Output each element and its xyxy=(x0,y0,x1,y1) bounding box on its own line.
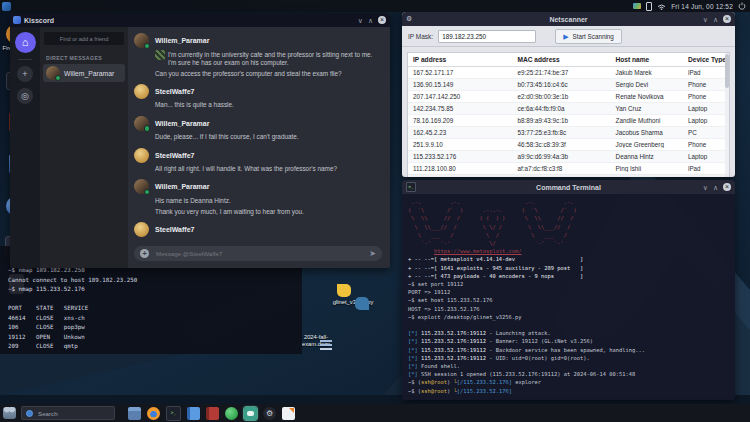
play-icon: ▶ xyxy=(563,33,568,40)
taskbar-app-terminal[interactable] xyxy=(166,406,181,421)
dm-item-willem[interactable]: Willem_Paramar xyxy=(43,64,125,82)
power-icon[interactable] xyxy=(738,2,746,10)
message-text: Here is your exam! xyxy=(155,240,209,241)
taskbar-app-kisscord[interactable] xyxy=(244,407,257,420)
send-icon[interactable]: ➤ xyxy=(369,250,376,258)
terminal-line: ~$ set port 19112 xyxy=(408,280,729,288)
close-icon[interactable]: × xyxy=(723,15,731,23)
terminal-line: [*] SSH session 1 opened (115.233.52.176… xyxy=(408,370,729,378)
window-title: Netscanner xyxy=(402,16,735,23)
minimize-icon[interactable]: ∨ xyxy=(703,16,708,23)
scanner-cell: Laptop xyxy=(683,117,729,124)
terminal-line: ~$ (ssh@root) └[/115.233.52.176] xyxy=(408,387,729,395)
maximize-icon[interactable]: ∧ xyxy=(713,184,718,191)
display-icon[interactable] xyxy=(633,3,641,9)
scanner-row[interactable]: 167.52.171.17e9:25:21:74:be:37Jakub Mare… xyxy=(408,67,729,79)
column-header[interactable]: Host name xyxy=(611,56,683,63)
scanner-cell: 136.90.15.149 xyxy=(408,81,513,88)
phone-icon[interactable] xyxy=(646,2,652,11)
terminal-line: https://www.metasploit.com/ xyxy=(408,247,729,255)
scanner-cell: Phone xyxy=(683,141,729,148)
message-line: Here is your exam! xyxy=(155,240,382,241)
terminal-line: ~$ (ssh@root) └[/115.233.52.176] explore… xyxy=(408,378,729,386)
scanner-cell: e2:d0:9b:00:3e:1b xyxy=(513,93,611,100)
scanner-cell: Jakub Marek xyxy=(611,69,683,76)
close-icon[interactable]: × xyxy=(723,183,731,191)
attach-plus-icon[interactable]: + xyxy=(140,249,149,258)
terminal-line: [*] 115.233.52.176:19112 - Backdoor serv… xyxy=(408,346,729,354)
start-scanning-button[interactable]: ▶ Start Scanning xyxy=(555,29,622,44)
scanner-cell: Phone xyxy=(683,81,729,88)
taskbar-app-editor[interactable] xyxy=(282,407,295,420)
window-title: Kisscord xyxy=(24,17,54,24)
wifi-icon[interactable] xyxy=(657,3,666,10)
scanner-row[interactable]: 142.234.75.85ce:6a:44:fb:f9:0aYan CruzLa… xyxy=(408,103,729,115)
message-line: Thank you very much, I am waiting to hea… xyxy=(155,208,382,216)
taskbar-app-firefox[interactable] xyxy=(147,407,160,420)
scanner-row[interactable]: 115.233.52.176a9:9c:d6:99:4a:3bDeanna Hi… xyxy=(408,151,729,163)
netscanner-titlebar[interactable]: ⚙ Netscanner ∨ ∧ × xyxy=(402,12,735,26)
scanner-row[interactable]: 162.45.2.2353:77:25:e3:fb:8cJacobus Shar… xyxy=(408,127,729,139)
terminal-line: [*] 115.233.52.176:19112 - UID: uid=0(ro… xyxy=(408,354,729,362)
minimize-icon[interactable]: ∨ xyxy=(703,184,708,191)
column-header[interactable]: Device Type xyxy=(683,56,729,63)
message-input[interactable] xyxy=(154,249,364,258)
taskbar-app-messenger[interactable] xyxy=(225,407,238,420)
terminal-line: + -- --=[ 473 payloads - 40 encoders - 9… xyxy=(408,272,729,280)
terminal-output[interactable]: .-. .-. .-. .-.( `\ /` ) .-..-. ( `\ /` … xyxy=(402,194,735,399)
taskbar-app-handbook[interactable] xyxy=(206,407,219,420)
avatar xyxy=(134,33,149,48)
add-server-button[interactable]: + xyxy=(17,66,33,82)
column-header[interactable]: IP address xyxy=(408,56,513,63)
scanner-cell: Ping Ishii xyxy=(611,165,683,172)
ip-mask-input[interactable] xyxy=(438,30,536,43)
minimize-icon[interactable]: ∨ xyxy=(358,17,363,24)
scanner-row[interactable]: 251.9.9.1046:58:3c:c8:39:3fJoyce Greenbe… xyxy=(408,139,729,151)
message-line: I'm currently in the university cafe and… xyxy=(155,51,382,68)
find-friend-input[interactable] xyxy=(44,32,124,45)
taskbar-app-folder[interactable] xyxy=(128,407,141,420)
scanner-row[interactable]: 88.203.68.5623:83:3d:d2:a4:baDiego Casti… xyxy=(408,175,729,177)
terminal-line xyxy=(408,321,729,329)
message-author: SteelWaffe7 xyxy=(155,226,194,233)
scanner-row[interactable]: 136.90.15.149b0:73:45:16:c4:6cSergio Dev… xyxy=(408,79,729,91)
distro-logo-icon[interactable] xyxy=(2,2,11,11)
kisscord-titlebar[interactable]: Kisscord ∨ ∧ × xyxy=(10,13,390,27)
message-author: Willem_Paramar xyxy=(155,120,209,127)
kisscord-window: Kisscord ∨ ∧ × ⌂ + ◎ DIRECT MESSAGES Wil… xyxy=(10,13,390,268)
home-button[interactable]: ⌂ xyxy=(15,32,36,53)
chat-panel: Willem_ParamarI'm currently in the unive… xyxy=(128,27,390,268)
scanner-cell: Yan Cruz xyxy=(611,105,683,112)
explore-button[interactable]: ◎ xyxy=(17,88,33,104)
scanner-cell: iPad xyxy=(683,69,729,76)
taskbar-app-notes[interactable] xyxy=(187,407,200,420)
scanner-table: IP address MAC address Host name Device … xyxy=(407,52,730,177)
column-header[interactable]: MAC address xyxy=(513,56,611,63)
terminal-window: Command Terminal ∨ ∧ × .-. .-. .-. .-.( … xyxy=(402,180,735,400)
maximize-icon[interactable]: ∧ xyxy=(713,16,718,23)
search-input[interactable] xyxy=(36,409,110,418)
scanner-row[interactable]: 78.16.169.209b8:89:a9:43:9c:1bZandile Mu… xyxy=(408,115,729,127)
scrollbar[interactable] xyxy=(725,53,729,177)
scanner-cell: Jacobus Sharma xyxy=(611,129,683,136)
close-icon[interactable]: × xyxy=(378,16,386,24)
maximize-icon[interactable]: ∧ xyxy=(368,17,373,24)
terminal-titlebar[interactable]: Command Terminal ∨ ∧ × xyxy=(402,180,735,194)
desktop: Fri 14 Jun, 00 12:52 Firefox BroTerHanNo… xyxy=(0,0,750,422)
scanner-row[interactable]: 207.147.142.250e2:d0:9b:00:3e:1bRenate N… xyxy=(408,91,729,103)
avatar xyxy=(134,84,149,99)
clock[interactable]: Fri 14 Jun, 00 12:52 xyxy=(671,3,733,10)
taskbar-app-settings[interactable] xyxy=(263,407,276,420)
taskbar-search[interactable] xyxy=(21,406,115,420)
terminal-line: [*] 115.233.52.176:19112 - Launching att… xyxy=(408,329,729,337)
scanner-row[interactable]: 111.218.100.80af:a7:dc:f8:c3:f8Ping Ishi… xyxy=(408,163,729,175)
scanner-cell: ce:6a:44:fb:f9:0a xyxy=(513,105,611,112)
message-text: Can you access the professor's computer … xyxy=(155,70,342,78)
scanner-cell: b8:89:a9:43:9c:1b xyxy=(513,117,611,124)
message-text: His name is Deanna Hintz. xyxy=(155,197,231,205)
dm-name: Willem_Paramar xyxy=(64,70,114,77)
scanner-cell: 46:58:3c:c8:39:3f xyxy=(513,141,611,148)
start-menu-icon[interactable] xyxy=(3,407,16,419)
desktop-file-python[interactable]: glinet_v3256.py xyxy=(322,297,384,306)
scanner-cell: 162.45.2.23 xyxy=(408,129,513,136)
